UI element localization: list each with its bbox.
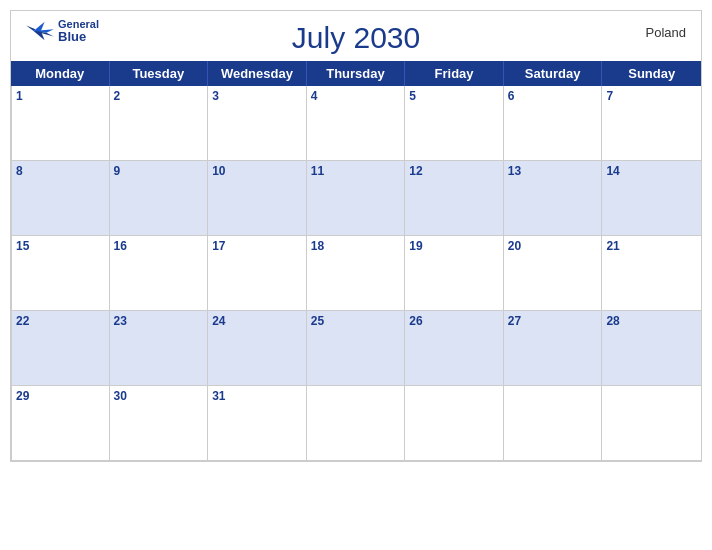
day-cell xyxy=(602,386,701,461)
day-cell: 26 xyxy=(405,311,504,386)
day-cell: 1 xyxy=(11,86,110,161)
day-number: 9 xyxy=(114,164,204,178)
day-number: 24 xyxy=(212,314,302,328)
day-header-saturday: Saturday xyxy=(504,61,603,86)
day-cell: 27 xyxy=(504,311,603,386)
day-cell: 28 xyxy=(602,311,701,386)
day-cell: 13 xyxy=(504,161,603,236)
day-number: 5 xyxy=(409,89,499,103)
day-cell: 14 xyxy=(602,161,701,236)
day-cell: 3 xyxy=(208,86,307,161)
day-number: 3 xyxy=(212,89,302,103)
day-cell: 9 xyxy=(110,161,209,236)
day-header-tuesday: Tuesday xyxy=(110,61,209,86)
svg-marker-1 xyxy=(34,22,45,31)
day-number: 13 xyxy=(508,164,598,178)
logo-area: General Blue xyxy=(26,19,99,43)
day-cell: 31 xyxy=(208,386,307,461)
day-number: 12 xyxy=(409,164,499,178)
day-cell: 25 xyxy=(307,311,406,386)
day-cell: 23 xyxy=(110,311,209,386)
logo-bird-icon xyxy=(26,20,54,42)
day-cell: 20 xyxy=(504,236,603,311)
day-header-sunday: Sunday xyxy=(602,61,701,86)
day-number: 14 xyxy=(606,164,697,178)
day-number: 7 xyxy=(606,89,697,103)
day-number: 22 xyxy=(16,314,105,328)
day-number: 8 xyxy=(16,164,105,178)
day-cell: 6 xyxy=(504,86,603,161)
day-cell: 8 xyxy=(11,161,110,236)
day-number: 31 xyxy=(212,389,302,403)
logo-wrapper: General Blue xyxy=(26,19,99,43)
day-cell: 30 xyxy=(110,386,209,461)
logo-blue-text: Blue xyxy=(58,30,99,43)
calendar-header: General Blue July 2030 Poland xyxy=(11,11,701,61)
day-number: 6 xyxy=(508,89,598,103)
day-cell: 18 xyxy=(307,236,406,311)
day-number: 4 xyxy=(311,89,401,103)
day-cell xyxy=(504,386,603,461)
day-number: 18 xyxy=(311,239,401,253)
day-number: 26 xyxy=(409,314,499,328)
day-number: 16 xyxy=(114,239,204,253)
day-header-thursday: Thursday xyxy=(307,61,406,86)
day-cell: 22 xyxy=(11,311,110,386)
day-cell: 12 xyxy=(405,161,504,236)
day-cell: 17 xyxy=(208,236,307,311)
day-header-wednesday: Wednesday xyxy=(208,61,307,86)
calendar-container: General Blue July 2030 Poland Monday Tue… xyxy=(10,10,702,462)
day-number: 10 xyxy=(212,164,302,178)
country-label: Poland xyxy=(646,25,686,40)
day-cell: 11 xyxy=(307,161,406,236)
day-cell: 24 xyxy=(208,311,307,386)
day-number: 20 xyxy=(508,239,598,253)
day-number: 28 xyxy=(606,314,697,328)
day-headers: Monday Tuesday Wednesday Thursday Friday… xyxy=(11,61,701,86)
day-number: 2 xyxy=(114,89,204,103)
day-cell: 15 xyxy=(11,236,110,311)
day-number: 27 xyxy=(508,314,598,328)
day-number: 21 xyxy=(606,239,697,253)
day-header-friday: Friday xyxy=(405,61,504,86)
day-cell: 19 xyxy=(405,236,504,311)
day-number: 15 xyxy=(16,239,105,253)
month-title: July 2030 xyxy=(292,21,420,55)
calendar-grid: 1234567891011121314151617181920212223242… xyxy=(11,86,701,461)
day-cell xyxy=(307,386,406,461)
day-cell: 7 xyxy=(602,86,701,161)
svg-marker-0 xyxy=(26,26,35,32)
day-number: 17 xyxy=(212,239,302,253)
day-number: 11 xyxy=(311,164,401,178)
day-cell: 5 xyxy=(405,86,504,161)
day-number: 30 xyxy=(114,389,204,403)
day-number: 1 xyxy=(16,89,105,103)
day-cell: 29 xyxy=(11,386,110,461)
day-number: 19 xyxy=(409,239,499,253)
logo-text: General Blue xyxy=(58,19,99,43)
day-header-monday: Monday xyxy=(11,61,110,86)
day-number: 23 xyxy=(114,314,204,328)
day-cell: 16 xyxy=(110,236,209,311)
day-number: 25 xyxy=(311,314,401,328)
day-cell: 4 xyxy=(307,86,406,161)
day-cell: 2 xyxy=(110,86,209,161)
day-cell: 21 xyxy=(602,236,701,311)
day-number: 29 xyxy=(16,389,105,403)
day-cell xyxy=(405,386,504,461)
day-cell: 10 xyxy=(208,161,307,236)
